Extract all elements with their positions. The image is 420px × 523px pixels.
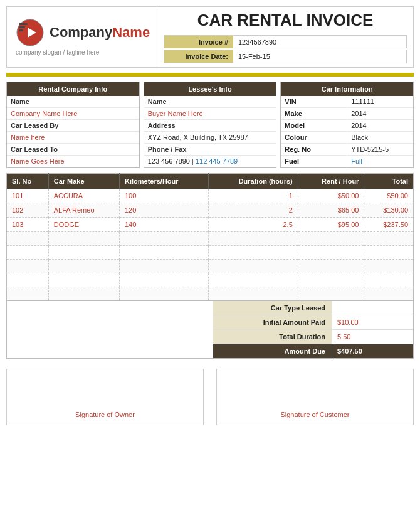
cell-km: 120 [119,203,208,218]
car-type-row: Car Type Leased [213,301,413,315]
summary-section: Car Type Leased Initial Amount Paid $10.… [6,301,414,359]
initial-amount-row: Initial Amount Paid $10.00 [213,315,413,330]
car-model-row: Model 2014 [281,120,413,132]
make-label: Make [281,108,347,119]
phone-number: 123 456 7890 [148,157,190,165]
make-value: 2014 [347,108,413,119]
logo-icon [16,18,45,47]
reg-value: YTD-5215-5 [347,144,413,155]
items-table: Sl. No Car Make Kilometers/Hour Duration… [6,173,414,301]
table-header: Sl. No Car Make Kilometers/Hour Duration… [7,174,414,189]
rental-company-body: Name Company Name Here Car Leased By Nam… [7,96,139,167]
cell-car-make: ALFA Remeo [48,203,119,218]
cell-sl: 103 [7,218,49,232]
model-label: Model [281,120,347,131]
lessee-address-value: XYZ Road, X Building, TX 25987 [144,132,276,144]
cell-total: $50.00 [364,189,414,203]
col-total: Total [364,174,414,189]
car-reg-row: Reg. No YTD-5215-5 [281,144,413,156]
invoice-date-label: Invoice Date: [164,50,233,63]
cell-car-make: ACCURA [48,189,119,203]
amount-due-row: Amount Due $407.50 [213,344,413,358]
invoice-details: CAR RENTAL INVOICE Invoice # 1234567890 … [157,7,413,67]
header-section: CompanyName company slogan / tagline her… [6,6,414,68]
rental-company-header: Rental Company Info [7,82,139,96]
cell-car-make: DODGE [48,218,119,232]
col-car-make: Car Make [48,174,119,189]
invoice-date-row: Invoice Date: 15-Feb-15 [164,50,407,63]
table-header-row: Sl. No Car Make Kilometers/Hour Duration… [7,174,414,189]
company-name-text: CompanyName [50,24,150,41]
lessee-phone-value: 123 456 7890 | 112 445 7789 [144,156,276,167]
cell-duration: 2.5 [208,218,298,232]
yellow-accent-bar [6,73,414,77]
cell-total: $130.00 [364,203,414,218]
invoice-title: CAR RENTAL INVOICE [164,11,407,30]
rc-name-value: Company Name Here [7,108,139,120]
reg-label: Reg. No [281,144,347,155]
logo-top: CompanyName [16,18,150,47]
car-info-header: Car Information [281,82,413,96]
table-row-empty [7,260,414,273]
initial-amount-value: $10.00 [332,315,413,329]
cell-rent: $95.00 [298,218,364,232]
car-vin-row: VIN 111111 [281,96,413,108]
car-type-value [332,301,413,315]
total-duration-row: Total Duration 5.50 [213,330,413,344]
cell-duration: 2 [208,203,298,218]
invoice-number-value: 1234567890 [233,36,281,48]
cell-duration: 1 [208,189,298,203]
svg-rect-2 [19,23,28,25]
signature-section: Signature of Owner Signature of Customer [6,369,414,425]
customer-signature-label: Signature of Customer [280,411,349,418]
svg-rect-3 [19,26,25,28]
table-row: 102 ALFA Remeo 120 2 $65.00 $130.00 [7,203,414,218]
table-row-empty [7,232,414,246]
lessee-address-label: Address [144,120,276,132]
cell-sl: 102 [7,203,49,218]
total-duration-label: Total Duration [213,330,332,344]
car-info-body: VIN 111111 Make 2014 Model 2014 Colour B… [281,96,413,167]
rc-leased-to-value: Name Goes Here [7,156,139,167]
car-info-box: Car Information VIN 111111 Make 2014 Mod… [280,82,414,168]
table-row-empty [7,246,414,260]
lessee-phone-label: Phone / Fax [144,144,276,156]
col-sl-no: Sl. No [7,174,49,189]
car-colour-row: Colour Black [281,132,413,144]
info-section: Rental Company Info Name Company Name He… [6,82,414,168]
amount-due-value: $407.50 [332,344,413,358]
amount-due-label: Amount Due [213,344,332,358]
invoice-date-value: 15-Feb-15 [233,50,275,63]
car-type-label: Car Type Leased [213,301,332,315]
company-slogan: company slogan / tagline here [16,49,99,56]
rc-leased-to-label: Car Leased To [7,144,139,156]
owner-signature-box: Signature of Owner [6,369,204,425]
cell-rent: $65.00 [298,203,364,218]
car-fuel-row: Fuel Full [281,156,413,167]
summary-left-spacer [7,301,213,358]
invoice-number-label: Invoice # [164,36,233,48]
table-row: 101 ACCURA 100 1 $50.00 $50.00 [7,189,414,203]
fuel-value: Full [347,156,413,167]
lessee-name-value: Buyer Name Here [144,108,276,120]
table-body: 101 ACCURA 100 1 $50.00 $50.00 102 ALFA … [7,189,414,301]
lessee-box: Lessee's Info Name Buyer Name Here Addre… [144,82,277,168]
col-rent-hour: Rent / Hour [298,174,364,189]
cell-km: 140 [119,218,208,232]
total-duration-value: 5.50 [332,330,413,344]
rc-name-label: Name [7,96,139,108]
colour-label: Colour [281,132,347,143]
cell-rent: $50.00 [298,189,364,203]
model-value: 2014 [347,120,413,131]
cell-km: 100 [119,189,208,203]
table-row-empty [7,287,414,301]
customer-signature-box: Signature of Customer [216,369,414,425]
svg-rect-4 [19,29,23,31]
rental-company-box: Rental Company Info Name Company Name He… [6,82,140,168]
car-make-row: Make 2014 [281,108,413,120]
owner-signature-label: Signature of Owner [75,411,135,418]
logo-section: CompanyName company slogan / tagline her… [7,7,157,67]
rc-leased-by-value: Name here [7,132,139,144]
cell-sl: 101 [7,189,49,203]
fax-number: 112 445 7789 [196,157,238,165]
